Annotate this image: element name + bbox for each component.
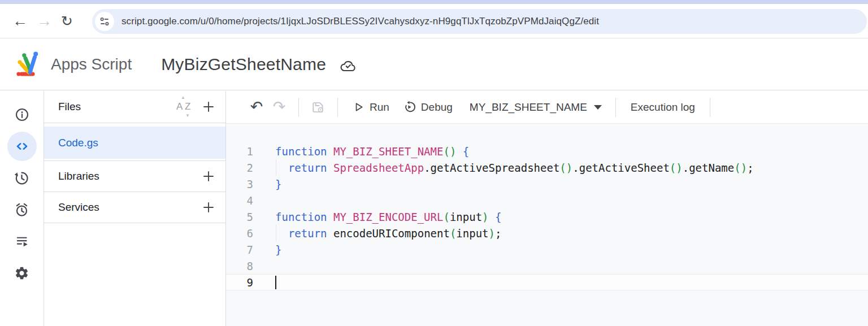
- line-number[interactable]: 7: [226, 244, 253, 256]
- executions-list-icon: [15, 234, 29, 249]
- code-line[interactable]: 5function MY_BIZ_ENCODE_URL(input) {: [226, 208, 868, 225]
- app-name: Apps Script: [51, 55, 132, 73]
- url-text[interactable]: script.google.com/u/0/home/projects/1Ijq…: [121, 16, 599, 27]
- save-icon: [311, 100, 326, 115]
- site-info-icon: [99, 16, 110, 27]
- code-icon: [15, 139, 29, 154]
- gear-icon: [14, 266, 29, 281]
- nav-editor[interactable]: [6, 131, 38, 162]
- browser-toolbar: ← → ↻ script.google.com/u/0/home/project…: [0, 4, 868, 38]
- line-number[interactable]: 1: [226, 145, 253, 158]
- cloud-check-icon: [340, 58, 357, 73]
- file-item-codegs[interactable]: Code.gs: [44, 127, 225, 159]
- sort-files-icon[interactable]: AZ ▲▼: [175, 97, 197, 116]
- browser-forward-icon[interactable]: →: [32, 11, 57, 31]
- files-title: Files: [58, 101, 81, 113]
- add-file-button[interactable]: [197, 95, 220, 118]
- plus-icon: [202, 100, 215, 114]
- code-line[interactable]: 8: [226, 258, 868, 274]
- main-content: Files AZ ▲▼ Code.gs Libraries: [0, 91, 868, 326]
- libraries-label: Libraries: [58, 170, 197, 182]
- code-line[interactable]: 6 return encodeURIComponent(input);: [226, 225, 868, 241]
- services-section[interactable]: Services: [44, 192, 225, 223]
- nav-executions[interactable]: [6, 225, 38, 257]
- run-play-icon: [353, 101, 364, 113]
- code-line[interactable]: 1function MY_BIZ_SHEET_NAME() {: [226, 143, 868, 159]
- editor-area: ↶ ↷ Run: [226, 91, 868, 326]
- line-number[interactable]: 3: [226, 178, 253, 190]
- code-line-text: [275, 275, 276, 290]
- code-line[interactable]: 9: [226, 274, 868, 290]
- redo-button[interactable]: ↷: [268, 96, 290, 119]
- browser-reload-icon[interactable]: ↻: [57, 12, 77, 31]
- line-number[interactable]: 6: [226, 227, 253, 240]
- libraries-section[interactable]: Libraries: [44, 161, 225, 192]
- apps-script-logo-icon: [16, 51, 43, 77]
- plus-icon: [202, 169, 215, 183]
- site-info-chip[interactable]: [95, 12, 114, 31]
- chevron-down-icon: [594, 105, 602, 110]
- files-panel: Files AZ ▲▼ Code.gs Libraries: [44, 91, 226, 326]
- nav-project-history[interactable]: [6, 162, 38, 194]
- info-icon: [15, 107, 29, 122]
- code-line[interactable]: 2 return SpreadsheetApp.getActiveSpreads…: [226, 159, 868, 176]
- save-button[interactable]: [307, 96, 329, 119]
- code-line-text: return encodeURIComponent(input);: [275, 225, 501, 241]
- code-line-text: function MY_BIZ_SHEET_NAME() {: [275, 143, 469, 159]
- add-library-button[interactable]: [197, 165, 220, 188]
- function-selector[interactable]: MY_BIZ_SHEET_NAME: [464, 98, 607, 117]
- execution-log-button[interactable]: Execution log: [624, 98, 702, 117]
- run-button[interactable]: Run: [346, 98, 396, 117]
- code-editor[interactable]: 1function MY_BIZ_SHEET_NAME() {2 return …: [226, 124, 868, 326]
- nav-triggers[interactable]: [6, 194, 38, 225]
- nav-project-settings[interactable]: [6, 257, 38, 289]
- browser-back-icon[interactable]: ←: [8, 11, 32, 31]
- file-name: Code.gs: [58, 137, 98, 149]
- project-title[interactable]: MyBizGetSheetName: [161, 55, 326, 74]
- run-label: Run: [370, 101, 389, 114]
- indent-guide: [276, 159, 276, 176]
- toolbar-divider: [337, 98, 338, 117]
- apps-script-header: Apps Script MyBizGetSheetName: [0, 38, 868, 90]
- browser-tab-strip: [0, 0, 868, 4]
- debug-button[interactable]: Debug: [396, 97, 459, 117]
- line-number[interactable]: 5: [226, 211, 253, 223]
- line-number[interactable]: 9: [226, 276, 253, 289]
- function-selector-value: MY_BIZ_SHEET_NAME: [470, 101, 587, 114]
- nav-rail: [0, 91, 44, 326]
- text-cursor: [275, 276, 276, 289]
- indent-guide: [276, 225, 276, 241]
- debug-icon: [403, 101, 416, 114]
- alarm-clock-icon: [14, 202, 29, 218]
- code-line-text: }: [275, 176, 281, 192]
- code-line[interactable]: 7}: [226, 241, 868, 258]
- editor-toolbar: ↶ ↷ Run: [226, 91, 868, 124]
- address-bar[interactable]: script.google.com/u/0/home/projects/1Ijq…: [92, 9, 867, 34]
- line-number[interactable]: 2: [226, 162, 253, 174]
- code-line-text: function MY_BIZ_ENCODE_URL(input) {: [275, 208, 501, 225]
- toolbar-divider: [298, 98, 299, 117]
- add-service-button[interactable]: [197, 196, 220, 219]
- history-icon: [14, 171, 29, 186]
- code-line[interactable]: 3}: [226, 176, 868, 192]
- toolbar-divider: [615, 98, 616, 117]
- code-lines: 1function MY_BIZ_SHEET_NAME() {2 return …: [226, 143, 868, 290]
- plus-icon: [202, 201, 215, 214]
- debug-label: Debug: [421, 101, 453, 114]
- line-number[interactable]: 4: [226, 194, 253, 207]
- code-line-text: }: [275, 241, 281, 258]
- services-label: Services: [58, 201, 197, 214]
- code-line-text: return SpreadsheetApp.getActiveSpreadshe…: [275, 159, 754, 176]
- toolbar-divider: [710, 98, 710, 117]
- line-number[interactable]: 8: [226, 260, 253, 272]
- code-line[interactable]: 4: [226, 192, 868, 208]
- undo-button[interactable]: ↶: [245, 96, 268, 119]
- nav-overview[interactable]: [6, 99, 38, 131]
- files-panel-header: Files AZ ▲▼: [44, 91, 225, 123]
